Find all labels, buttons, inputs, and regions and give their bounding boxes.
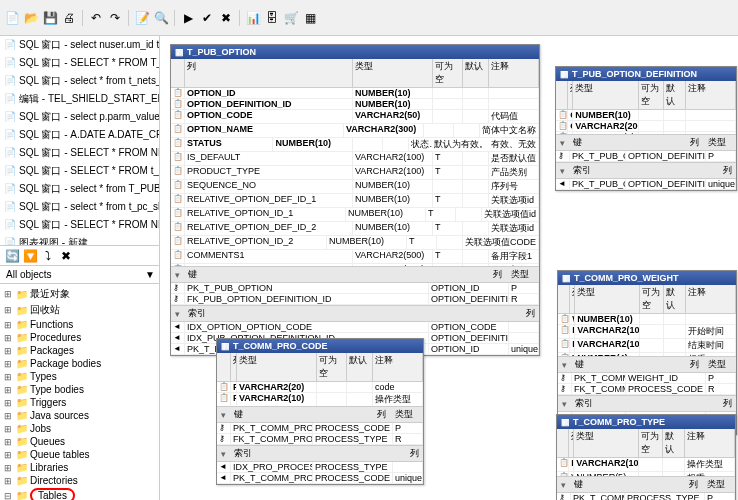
collapse-icon[interactable]: ▾ bbox=[560, 138, 570, 148]
tree-toggle-icon[interactable]: ⊞ bbox=[4, 372, 14, 382]
tree-node[interactable]: ⊞📁Package bodies bbox=[2, 357, 157, 370]
column-row[interactable]: 📋WEIGHTNUMBER(4)权重 bbox=[558, 353, 736, 356]
column-row[interactable]: 📋OPTION_DEFINITION_IDNUMBER(10) bbox=[171, 99, 539, 110]
open-tab-item[interactable]: 📄SQL 窗口 - SELECT * FROM t_comm_sys_ bbox=[0, 162, 159, 180]
column-row[interactable]: 📋RELATIVE_OPTION_DEF_ID_1NUMBER(10)T关联选项… bbox=[171, 194, 539, 208]
table-title-bar[interactable]: ▦T_PUB_OPTION bbox=[171, 45, 539, 59]
tb-db[interactable]: 🗄 bbox=[264, 10, 280, 26]
tree-toggle-icon[interactable]: ⊞ bbox=[4, 450, 14, 460]
collapse-icon[interactable]: ▾ bbox=[221, 449, 231, 459]
keys-section[interactable]: ▾键列类型 bbox=[217, 406, 423, 423]
column-row[interactable]: 📋IS_DEFAULTVARCHAR2(100)T是否默认值 bbox=[171, 152, 539, 166]
open-tab-item[interactable]: 📄编辑 - TEL_SHIELD_START_END GET bbox=[0, 90, 159, 108]
tb-cart[interactable]: 🛒 bbox=[283, 10, 299, 26]
open-tab-item[interactable]: 📄SQL 窗口 - SELECT * FROM NETS2DATA.T_P bbox=[0, 216, 159, 234]
tree-node[interactable]: ⊞📁Type bodies bbox=[2, 383, 157, 396]
open-tab-item[interactable]: 📄SQL 窗口 - select p.parm_value from t_cc bbox=[0, 108, 159, 126]
tb-save[interactable]: 💾 bbox=[42, 10, 58, 26]
collapse-icon[interactable]: ▾ bbox=[175, 270, 185, 280]
column-row[interactable]: 📋EDITABLEVARCHAR2(1)T bbox=[556, 132, 736, 134]
tb-undo[interactable]: ↶ bbox=[88, 10, 104, 26]
column-row[interactable]: 📋WEIGHT_IDNUMBER(10) bbox=[558, 314, 736, 325]
tree-toggle-icon[interactable]: ⊞ bbox=[4, 333, 14, 343]
tree-node[interactable]: ⊟📁Tables bbox=[2, 487, 157, 500]
open-tab-item[interactable]: 📄图表视图 - 新建 bbox=[0, 234, 159, 246]
column-row[interactable]: 📋RELATIVE_OPTION_ID_1NUMBER(10)T关联选项值id bbox=[171, 208, 539, 222]
key-row[interactable]: ⚷FK_PUB_OPTION_DEFINITION_IDOPTION_DEFIN… bbox=[171, 294, 539, 305]
key-row[interactable]: ⚷PK_T_PUB_OPTION_DEFINITIONOPTION_DEFINI… bbox=[556, 151, 736, 162]
tree-node[interactable]: ⊞📁Jobs bbox=[2, 422, 157, 435]
tb-find[interactable]: 🔍 bbox=[153, 10, 169, 26]
key-row[interactable]: ⚷FK_T_COMM_PRO_W_FK_CPROCESS_CODER bbox=[558, 384, 736, 395]
collapse-icon[interactable]: ▾ bbox=[221, 410, 231, 420]
db-table-t4[interactable]: ▦T_COMM_PRO_WEIGHT 列类型可为空默认注释 📋WEIGHT_ID… bbox=[557, 270, 737, 435]
column-row[interactable]: 📋OPTION_DEFINITION_NAMEVARCHAR2(200) bbox=[556, 121, 736, 132]
tree-filter-icon[interactable]: 🔽 bbox=[22, 248, 38, 264]
tb-grid[interactable]: ▦ bbox=[302, 10, 318, 26]
tree-node[interactable]: ⊞📁Triggers bbox=[2, 396, 157, 409]
tree-node[interactable]: ⊞📁Libraries bbox=[2, 461, 157, 474]
tree-toggle-icon[interactable]: ⊞ bbox=[4, 411, 14, 421]
column-row[interactable]: 📋PRODUCT_TYPEVARCHAR2(100)T产品类别 bbox=[171, 166, 539, 180]
tree-toggle-icon[interactable]: ⊞ bbox=[4, 305, 14, 315]
db-table-t1[interactable]: ▦T_PUB_OPTION 列类型可为空默认注释 📋OPTION_IDNUMBE… bbox=[170, 44, 540, 356]
db-table-t2[interactable]: ▦T_PUB_OPTION_DEFINITION 列类型可为空默认注释 📋OPT… bbox=[555, 66, 737, 191]
tree-toggle-icon[interactable]: ⊞ bbox=[4, 463, 14, 473]
column-row[interactable]: 📋EFFECTIVE_TOVARCHAR2(10)结束时间 bbox=[558, 339, 736, 353]
column-row[interactable]: 📋PROCESS_TYPEVARCHAR2(10)操作类型 bbox=[217, 393, 423, 406]
tree-node[interactable]: ⊞📁Types bbox=[2, 370, 157, 383]
tb-query[interactable]: 📝 bbox=[134, 10, 150, 26]
column-row[interactable]: 📋RELATIVE_OPTION_DEF_ID_2NUMBER(10)T关联选项… bbox=[171, 222, 539, 236]
tree-node[interactable]: ⊞📁Functions bbox=[2, 318, 157, 331]
column-row[interactable]: 📋OPTION_NAMEVARCHAR2(300)简体中文名称 bbox=[171, 124, 539, 138]
tree-toggle-icon[interactable]: ⊞ bbox=[4, 385, 14, 395]
tree-node[interactable]: ⊞📁Directories bbox=[2, 474, 157, 487]
indexes-section[interactable]: ▾索引列 bbox=[556, 162, 736, 179]
keys-section[interactable]: ▾键列类型 bbox=[557, 476, 735, 493]
diagram-canvas[interactable]: ▦T_PUB_OPTION 列类型可为空默认注释 📋OPTION_IDNUMBE… bbox=[160, 36, 738, 500]
tree-toggle-icon[interactable]: ⊞ bbox=[4, 437, 14, 447]
open-tab-item[interactable]: 📄SQL 窗口 - select * from t_pc_shopping_c bbox=[0, 198, 159, 216]
tree-node[interactable]: ⊞📁最近对象 bbox=[2, 286, 157, 302]
table-title-bar[interactable]: ▦T_PUB_OPTION_DEFINITION bbox=[556, 67, 736, 81]
tree-filter-input[interactable] bbox=[4, 269, 145, 280]
tb-run[interactable]: ▶ bbox=[180, 10, 196, 26]
column-row[interactable]: 📋COMMENTS2VARCHAR2(500)T备用字段2 bbox=[171, 264, 539, 266]
tree-node[interactable]: ⊞📁Java sources bbox=[2, 409, 157, 422]
key-row[interactable]: ⚷FK_T_COMM_PRO_C_FK_PRO_TPROCESS_TYPER bbox=[217, 434, 423, 445]
open-tab-item[interactable]: 📄SQL 窗口 - SELECT * FROM NETS2DATA.T_P bbox=[0, 144, 159, 162]
open-tab-item[interactable]: 📄SQL 窗口 - A.DATE A.DATE_CREATED,A.C bbox=[0, 126, 159, 144]
tb-open[interactable]: 📂 bbox=[23, 10, 39, 26]
tree-close-icon[interactable]: ✖ bbox=[58, 248, 74, 264]
tree-toggle-icon[interactable]: ⊟ bbox=[4, 491, 14, 501]
column-row[interactable]: 📋RELATIVE_OPTION_ID_2NUMBER(10)T关联选项值COD… bbox=[171, 236, 539, 250]
tree-node[interactable]: ⊞📁Packages bbox=[2, 344, 157, 357]
tree-toggle-icon[interactable]: ⊞ bbox=[4, 476, 14, 486]
tree-node[interactable]: ⊞📁Procedures bbox=[2, 331, 157, 344]
tree-toggle-icon[interactable]: ⊞ bbox=[4, 346, 14, 356]
key-row[interactable]: ⚷PK_T_PUB_OPTIONOPTION_IDP bbox=[171, 283, 539, 294]
tree-toggle-icon[interactable]: ⊞ bbox=[4, 398, 14, 408]
column-row[interactable]: 📋PROCESS_CODEVARCHAR2(20)code bbox=[217, 382, 423, 393]
keys-section[interactable]: ▾键列类型 bbox=[171, 266, 539, 283]
indexes-section[interactable]: ▾索引列 bbox=[558, 395, 736, 412]
indexes-section[interactable]: ▾索引列 bbox=[217, 445, 423, 462]
tb-rollback[interactable]: ✖ bbox=[218, 10, 234, 26]
column-row[interactable]: 📋SEQUENCE_NONUMBER(10)序列号 bbox=[171, 180, 539, 194]
tb-print[interactable]: 🖨 bbox=[61, 10, 77, 26]
collapse-icon[interactable]: ▾ bbox=[562, 360, 572, 370]
collapse-icon[interactable]: ▾ bbox=[175, 309, 185, 319]
keys-section[interactable]: ▾键列类型 bbox=[556, 134, 736, 151]
tree-collapse-icon[interactable]: ⤵ bbox=[40, 248, 56, 264]
column-row[interactable]: 📋STATUSNUMBER(10)状态. 默认为有效。 有效、无效 bbox=[171, 138, 539, 152]
tree-toggle-icon[interactable]: ⊞ bbox=[4, 289, 14, 299]
indexes-section[interactable]: ▾索引列 bbox=[171, 305, 539, 322]
column-row[interactable]: 📋EFFECTIVE_FROMVARCHAR2(10)开始时间 bbox=[558, 325, 736, 339]
index-row[interactable]: ◄IDX_OPTION_OPTION_CODEOPTION_CODE bbox=[171, 322, 539, 333]
key-row[interactable]: ⚷PK_T_COMM_PRO_TYPEPROCESS_TYPEP bbox=[557, 493, 735, 500]
tb-commit[interactable]: ✔ bbox=[199, 10, 215, 26]
collapse-icon[interactable]: ▾ bbox=[561, 480, 571, 490]
open-tab-item[interactable]: 📄SQL 窗口 - SELECT * FROM T_COMM_SYS bbox=[0, 54, 159, 72]
open-tab-item[interactable]: 📄SQL 窗口 - select nuser.um_id tmrId, ty.i… bbox=[0, 36, 159, 54]
tree-toggle-icon[interactable]: ⊞ bbox=[4, 359, 14, 369]
